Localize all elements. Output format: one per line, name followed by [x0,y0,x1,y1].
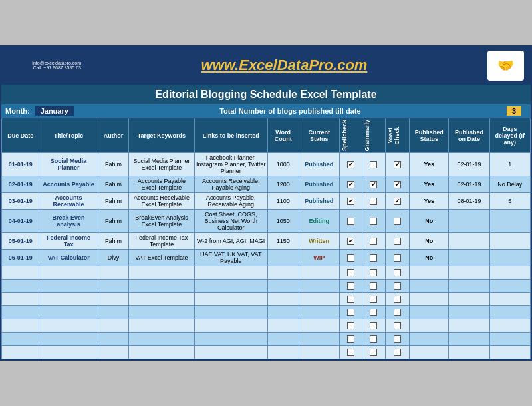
month-bar: Month: January Total Number of blogs pub… [1,104,531,118]
checkbox[interactable] [347,335,354,343]
checkbox[interactable] [347,198,354,205]
cell-due-date: 05-01-19 [2,233,39,250]
cell-yoast[interactable] [385,153,410,176]
cell-spell[interactable] [339,250,362,266]
empty-cell [362,319,385,333]
cell-gram[interactable] [362,233,385,250]
empty-cell [194,306,267,319]
cell-pub-date: 08-01-19 [449,193,489,210]
empty-cell [449,306,489,319]
cell-pub-status: Yes [410,176,449,193]
checkbox[interactable] [394,309,401,316]
checkbox[interactable] [394,269,401,276]
month-value: January [35,106,74,116]
cell-spell[interactable] [339,176,362,193]
empty-cell [39,306,98,319]
checkbox[interactable] [370,335,377,343]
cell-keywords: Accounts Receivable Excel Template [129,193,194,210]
empty-cell [489,266,530,280]
cell-title: Social Media Planner [39,153,98,176]
cell-title: Break Even analysis [39,210,98,233]
checkbox[interactable] [347,322,354,329]
table-row: 05-01-19 Federal Income Tax Fahim Federa… [2,233,531,250]
empty-cell [410,280,449,293]
checkbox[interactable] [394,238,401,245]
cell-spell[interactable] [339,210,362,233]
checkbox[interactable] [394,335,401,343]
contact-info: info@exceldatapro.com Call: +91 9687 858… [8,61,81,70]
checkbox[interactable] [394,161,401,168]
cell-keywords: Accounts Payable Excel Template [129,176,194,193]
cell-yoast[interactable] [385,193,410,210]
empty-cell [267,280,299,293]
checkbox[interactable] [370,218,377,225]
checkbox[interactable] [347,218,354,225]
checkbox[interactable] [347,349,354,356]
cell-links: Accounts Payable, Receivable Aging [194,193,267,210]
checkbox[interactable] [347,161,354,168]
cell-pub-date [449,210,489,233]
checkbox[interactable] [370,198,377,205]
checkbox[interactable] [370,349,377,356]
col-status: Current Status [299,118,339,153]
logo: 🤝 [487,51,524,81]
cell-spell[interactable] [339,233,362,250]
cell-status: WIP [299,250,339,266]
cell-gram[interactable] [362,250,385,266]
cell-yoast[interactable] [385,176,410,193]
empty-cell [449,333,489,346]
checkbox[interactable] [394,296,401,303]
checkbox[interactable] [370,322,377,329]
checkbox[interactable] [394,181,401,188]
checkbox[interactable] [394,282,401,290]
cell-yoast[interactable] [385,210,410,233]
empty-cell [98,306,129,319]
cell-gram[interactable] [362,153,385,176]
checkbox[interactable] [370,296,377,303]
checkbox[interactable] [394,198,401,205]
checkbox[interactable] [347,309,354,316]
cell-keywords: Federal Income Tax Template [129,233,194,250]
empty-cell [267,319,299,333]
empty-cell [129,266,194,280]
cell-gram[interactable] [362,210,385,233]
cell-spell[interactable] [339,193,362,210]
empty-cell [98,280,129,293]
empty-cell [39,319,98,333]
checkbox[interactable] [347,181,354,188]
empty-cell [129,346,194,359]
empty-cell [39,266,98,280]
cell-delay: 5 [489,193,530,210]
cell-delay [489,233,530,250]
checkbox[interactable] [347,269,354,276]
checkbox[interactable] [347,254,354,262]
checkbox[interactable] [394,218,401,225]
empty-cell [299,280,339,293]
empty-cell [267,306,299,319]
cell-gram[interactable] [362,176,385,193]
cell-words: 1100 [267,193,299,210]
col-title: Title/Topic [39,118,98,153]
cell-status: Written [299,233,339,250]
empty-cell [129,333,194,346]
checkbox[interactable] [370,161,377,168]
checkbox[interactable] [370,309,377,316]
checkbox[interactable] [394,349,401,356]
checkbox[interactable] [370,269,377,276]
empty-cell [2,333,39,346]
checkbox[interactable] [347,238,354,245]
checkbox[interactable] [370,181,377,188]
checkbox[interactable] [394,322,401,329]
checkbox[interactable] [370,254,377,262]
checkbox[interactable] [347,296,354,303]
site-title: www.ExcelDataPro.com [81,57,487,74]
checkbox[interactable] [347,282,354,290]
cell-yoast[interactable] [385,250,410,266]
checkbox[interactable] [370,282,377,290]
empty-cell [2,306,39,319]
checkbox[interactable] [370,238,377,245]
cell-yoast[interactable] [385,233,410,250]
checkbox[interactable] [394,254,401,262]
cell-gram[interactable] [362,193,385,210]
cell-spell[interactable] [339,153,362,176]
